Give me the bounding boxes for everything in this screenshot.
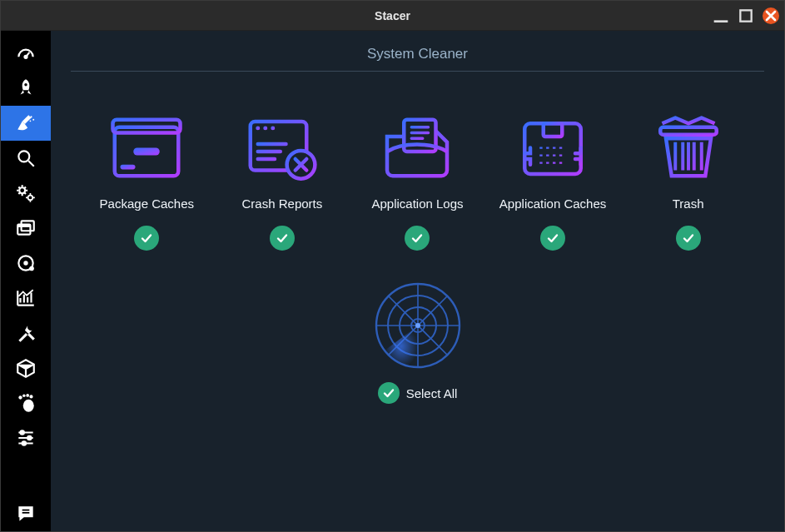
svg-point-19: [29, 395, 32, 398]
svg-point-22: [22, 441, 26, 445]
select-all-label: Select All: [406, 386, 458, 400]
category-crash-reports: Crash Reports: [216, 113, 349, 251]
sidebar: [1, 31, 51, 531]
category-trash: Trash: [622, 113, 755, 251]
svg-point-18: [26, 394, 29, 397]
category-application-logs: Application Logs: [350, 113, 484, 251]
page-title: System Cleaner: [71, 46, 764, 71]
svg-point-8: [28, 196, 33, 201]
sidebar-item-services[interactable]: [1, 176, 51, 211]
search-icon: [15, 147, 37, 169]
category-application-caches: Application Caches: [486, 113, 619, 251]
check-icon: [682, 231, 695, 245]
scan-section: Select All: [71, 281, 764, 404]
gauge-icon: [15, 42, 37, 64]
rocket-icon: [15, 77, 37, 99]
svg-rect-25: [134, 147, 161, 155]
category-package-caches: Package Caches: [80, 113, 213, 251]
sidebar-item-apt-repos[interactable]: [1, 351, 51, 385]
svg-point-1: [24, 56, 27, 58]
chat-icon: [15, 503, 37, 525]
svg-point-13: [23, 261, 27, 265]
sidebar-item-feedback[interactable]: [1, 496, 51, 531]
gnome-foot-icon: [15, 392, 37, 414]
window-title: Stacer: [375, 9, 410, 22]
broom-icon: [15, 112, 37, 134]
sidebar-item-startup[interactable]: [1, 71, 51, 106]
package-box-icon: [15, 357, 37, 379]
svg-point-28: [256, 126, 260, 130]
check-icon: [140, 231, 153, 245]
titlebar: Stacer: [1, 1, 784, 31]
sidebar-item-processes[interactable]: [1, 211, 51, 246]
svg-point-21: [27, 436, 31, 440]
app-window: Stacer: [0, 0, 785, 532]
svg-point-4: [32, 119, 34, 121]
sidebar-item-settings[interactable]: [1, 420, 51, 455]
sidebar-item-helpers[interactable]: [1, 316, 51, 351]
sidebar-item-cleaner[interactable]: [1, 106, 51, 141]
svg-point-29: [263, 126, 267, 130]
category-toggle-application-caches[interactable]: [540, 226, 565, 251]
radar-icon: [373, 281, 463, 370]
main-content: System Cleaner Pack: [51, 31, 784, 531]
gears-icon: [15, 182, 37, 204]
maximize-button[interactable]: [738, 7, 754, 24]
sidebar-item-uninstaller[interactable]: [1, 246, 51, 281]
category-toggle-trash[interactable]: [676, 226, 701, 251]
sidebar-item-gnome[interactable]: [1, 385, 51, 420]
window-body: System Cleaner Pack: [1, 31, 784, 531]
sidebar-item-search[interactable]: [1, 141, 51, 176]
minimize-button[interactable]: [713, 7, 729, 24]
svg-point-17: [22, 395, 25, 397]
svg-rect-10: [17, 225, 30, 227]
category-label: Crash Reports: [242, 196, 323, 211]
crash-reports-icon: [245, 113, 320, 181]
svg-point-6: [18, 151, 29, 162]
category-label: Application Caches: [499, 196, 606, 211]
category-toggle-package-caches[interactable]: [134, 226, 159, 251]
sliders-icon: [15, 427, 37, 449]
svg-rect-26: [121, 164, 136, 169]
category-toggle-crash-reports[interactable]: [270, 226, 295, 251]
disk-icon: [15, 252, 37, 274]
window-controls: [713, 7, 779, 24]
close-icon: [763, 7, 779, 24]
check-icon: [276, 231, 289, 245]
svg-point-5: [30, 120, 32, 122]
check-icon: [410, 231, 424, 245]
sidebar-item-dashboard[interactable]: [1, 36, 51, 71]
svg-point-15: [23, 400, 34, 412]
check-icon: [382, 386, 395, 400]
svg-point-40: [415, 323, 420, 328]
check-icon: [546, 231, 559, 245]
svg-point-20: [21, 430, 24, 434]
divider: [71, 71, 764, 72]
svg-rect-34: [544, 123, 563, 137]
tools-icon: [15, 322, 37, 344]
svg-point-7: [19, 187, 25, 193]
select-all-toggle[interactable]: Select All: [378, 382, 458, 404]
category-label: Package Caches: [100, 196, 194, 211]
category-toggle-application-logs[interactable]: [405, 226, 430, 251]
svg-point-30: [271, 126, 275, 130]
maximize-icon: [738, 7, 754, 24]
category-label: Trash: [673, 196, 704, 211]
package-caches-icon: [109, 113, 184, 181]
minimize-icon: [713, 7, 729, 24]
trash-icon: [651, 113, 726, 181]
svg-point-14: [29, 266, 34, 271]
category-label: Application Logs: [371, 196, 463, 211]
svg-point-2: [24, 83, 27, 86]
application-caches-icon: [515, 113, 590, 181]
svg-rect-35: [660, 127, 717, 134]
windows-stack-icon: [15, 217, 37, 239]
close-button[interactable]: [763, 7, 779, 24]
select-all-check: [378, 382, 400, 404]
svg-point-16: [18, 395, 22, 399]
scan-button[interactable]: [373, 281, 463, 370]
svg-rect-0: [740, 10, 751, 21]
chart-icon: [15, 287, 37, 309]
application-logs-icon: [380, 113, 455, 181]
sidebar-item-resources[interactable]: [1, 281, 51, 316]
